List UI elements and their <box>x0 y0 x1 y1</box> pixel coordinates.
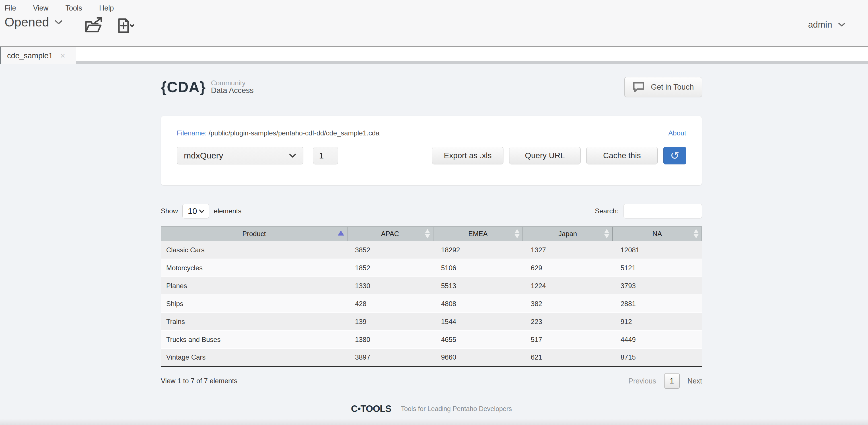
sort-icon <box>515 229 520 238</box>
view-info: View 1 to 7 of 7 elements <box>161 377 237 385</box>
sort-icon <box>693 229 699 238</box>
page-1-button[interactable]: 1 <box>664 373 680 389</box>
column-header-na[interactable]: NA <box>613 227 702 241</box>
table-row: Motorcycles 1852 5106 629 5121 <box>161 259 702 277</box>
user-menu[interactable]: admin <box>808 20 846 30</box>
search-input[interactable] <box>623 204 702 219</box>
cell-japan: 621 <box>523 349 613 366</box>
tab-label: cde_sample1 <box>7 52 53 60</box>
menu-view[interactable]: View <box>33 4 49 12</box>
cell-na: 5121 <box>613 259 702 277</box>
open-file-icon[interactable] <box>84 18 103 34</box>
tab-bar: cde_sample1 × <box>0 46 868 64</box>
cell-japan: 1327 <box>523 241 613 259</box>
cell-apac: 1380 <box>347 331 433 349</box>
toolbar-icons <box>84 18 135 34</box>
chevron-down-icon <box>289 153 296 158</box>
table-header-row: Product APAC EMEA Japan <box>161 227 702 241</box>
table-row: Ships 428 4808 382 2881 <box>161 295 702 313</box>
cell-apac: 1330 <box>347 277 433 295</box>
about-link[interactable]: About <box>668 129 686 137</box>
query-select[interactable]: mdxQuery <box>177 147 303 164</box>
cell-emea: 9660 <box>433 349 523 366</box>
cell-japan: 517 <box>523 331 613 349</box>
page-size-control: Show 10 elements <box>161 204 241 219</box>
cell-emea: 4655 <box>433 331 523 349</box>
get-in-touch-button[interactable]: Get in Touch <box>624 77 702 97</box>
ctools-tagline: Tools for Leading Pentaho Developers <box>401 405 512 413</box>
cell-apac: 1852 <box>347 259 433 277</box>
tab-cde-sample1[interactable]: cde_sample1 × <box>0 47 76 65</box>
cell-japan: 223 <box>523 313 613 331</box>
cell-na: 912 <box>613 313 702 331</box>
page-size-select[interactable]: 10 <box>182 204 209 219</box>
cda-logo-line2: Data Access <box>211 87 254 94</box>
column-header-product[interactable]: Product <box>161 227 347 241</box>
menu-file[interactable]: File <box>5 4 16 12</box>
table-row: Trucks and Buses 1380 4655 517 4449 <box>161 331 702 349</box>
query-select-value: mdxQuery <box>184 151 223 160</box>
chevron-down-icon <box>199 209 205 214</box>
chevron-down-icon <box>54 19 63 25</box>
show-label: Show <box>161 207 178 215</box>
close-icon[interactable]: × <box>60 52 65 60</box>
query-panel: Filename: /public/plugin-samples/pentaho… <box>161 116 702 186</box>
cell-na: 2881 <box>613 295 702 313</box>
new-file-icon[interactable] <box>117 18 135 34</box>
result-table-section: Show 10 elements Search: <box>161 203 702 389</box>
cell-apac: 3897 <box>347 349 433 366</box>
cell-japan: 1224 <box>523 277 613 295</box>
data-table: Product APAC EMEA Japan <box>161 226 702 367</box>
chevron-down-icon <box>838 22 846 27</box>
previous-button[interactable]: Previous <box>628 377 656 385</box>
table-row: Planes 1330 5513 1224 3793 <box>161 277 702 295</box>
elements-label: elements <box>214 207 241 215</box>
column-header-emea[interactable]: EMEA <box>433 227 523 241</box>
opened-label: Opened <box>5 15 49 29</box>
column-header-apac[interactable]: APAC <box>347 227 433 241</box>
export-xls-button[interactable]: Export as .xls <box>432 147 503 164</box>
table-row: Trains 139 1544 223 912 <box>161 313 702 331</box>
cell-na: 12081 <box>613 241 702 259</box>
cell-na: 4449 <box>613 331 702 349</box>
filename-path: /public/plugin-samples/pentaho-cdf-dd/cd… <box>209 129 379 137</box>
cell-na: 3793 <box>613 277 702 295</box>
refresh-icon: ↺ <box>670 150 679 161</box>
page-size-value: 10 <box>188 206 197 216</box>
column-header-japan[interactable]: Japan <box>523 227 613 241</box>
cache-this-button[interactable]: Cache this <box>586 147 658 164</box>
cda-logo-mark: {CDA} <box>161 78 206 96</box>
cell-japan: 629 <box>523 259 613 277</box>
search-label: Search: <box>595 207 618 215</box>
filename-row: Filename: /public/plugin-samples/pentaho… <box>177 129 379 137</box>
cell-emea: 1544 <box>433 313 523 331</box>
refresh-button[interactable]: ↺ <box>663 147 686 164</box>
sort-icon <box>425 229 430 238</box>
cda-header: {CDA} Community Data Access Get in Touch <box>161 77 702 97</box>
menu-tools[interactable]: Tools <box>65 4 82 12</box>
opened-dropdown[interactable]: Opened <box>5 15 63 29</box>
get-in-touch-label: Get in Touch <box>651 83 694 92</box>
parameter-input[interactable] <box>313 147 338 164</box>
cda-logo-line1: Community <box>211 79 254 87</box>
cell-emea: 4808 <box>433 295 523 313</box>
cell-apac: 428 <box>347 295 433 313</box>
sort-ascending-icon <box>338 230 344 235</box>
search-control: Search: <box>595 204 702 219</box>
cda-previewer: {CDA} Community Data Access Get in Touch… <box>0 64 868 425</box>
cda-logo: {CDA} Community Data Access <box>161 78 254 96</box>
horizontal-scrollbar[interactable] <box>76 61 868 64</box>
ctools-logo: C•TOOLS <box>351 403 391 414</box>
menu-help[interactable]: Help <box>99 4 114 12</box>
filename-label: Filename: <box>177 129 207 137</box>
cell-emea: 5106 <box>433 259 523 277</box>
cell-emea: 18292 <box>433 241 523 259</box>
pagination: Previous 1 Next <box>628 373 702 389</box>
query-url-button[interactable]: Query URL <box>509 147 581 164</box>
cell-product: Trucks and Buses <box>161 331 347 349</box>
cell-apac: 3852 <box>347 241 433 259</box>
username-label: admin <box>808 20 832 30</box>
next-button[interactable]: Next <box>688 377 702 385</box>
menu-bar: File View Tools Help <box>0 0 868 12</box>
cell-apac: 139 <box>347 313 433 331</box>
